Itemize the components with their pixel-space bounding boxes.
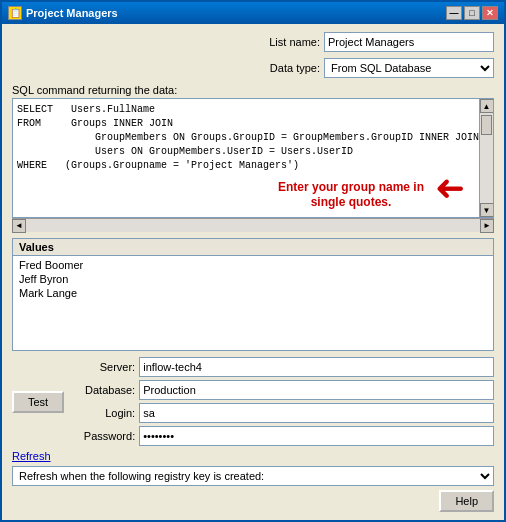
server-label: Server:	[70, 361, 135, 373]
values-section: Values Fred Boomer Jeff Byron Mark Lange	[12, 238, 494, 351]
login-label: Login:	[70, 407, 135, 419]
h-scroll-track[interactable]	[26, 219, 480, 232]
data-type-row: Data type: From SQL Database	[12, 58, 494, 78]
test-server-row: Test Server: Database: Login:	[12, 357, 494, 446]
window-icon: 📋	[8, 6, 22, 20]
test-button[interactable]: Test	[12, 391, 64, 413]
window-title: Project Managers	[26, 7, 118, 19]
help-row: Help	[12, 490, 494, 512]
list-item: Fred Boomer	[19, 258, 487, 272]
maximize-button[interactable]: □	[464, 6, 480, 20]
sql-horizontal-scrollbar[interactable]: ◄ ►	[12, 218, 494, 232]
annotation-group: Enter your group name in single quotes. …	[271, 180, 465, 211]
title-bar: 📋 Project Managers — □ ✕	[2, 2, 504, 24]
login-input[interactable]	[139, 403, 494, 423]
database-row: Database:	[70, 380, 494, 400]
help-button[interactable]: Help	[439, 490, 494, 512]
main-window: 📋 Project Managers — □ ✕ List name: Data…	[0, 0, 506, 522]
sql-vertical-scrollbar[interactable]: ▲ ▼	[479, 99, 493, 217]
scroll-right-arrow[interactable]: ►	[480, 219, 494, 233]
close-button[interactable]: ✕	[482, 6, 498, 20]
password-label: Password:	[70, 430, 135, 442]
list-name-label: List name:	[269, 36, 320, 48]
refresh-select[interactable]: Refresh when the following registry key …	[12, 466, 494, 486]
values-list: Fred Boomer Jeff Byron Mark Lange	[13, 256, 493, 350]
server-fields: Server: Database: Login: Password:	[70, 357, 494, 446]
list-item: Mark Lange	[19, 286, 487, 300]
values-header: Values	[13, 239, 493, 256]
scroll-left-arrow[interactable]: ◄	[12, 219, 26, 233]
login-row: Login:	[70, 403, 494, 423]
list-item: Jeff Byron	[19, 272, 487, 286]
scroll-down-arrow[interactable]: ▼	[480, 203, 494, 217]
sql-section: SQL command returning the data: SELECT U…	[12, 84, 494, 232]
title-controls: — □ ✕	[446, 6, 498, 20]
password-input[interactable]	[139, 426, 494, 446]
annotation-arrow: ➜	[435, 174, 465, 203]
database-input[interactable]	[139, 380, 494, 400]
sql-label: SQL command returning the data:	[12, 84, 494, 96]
refresh-row: Refresh when the following registry key …	[12, 466, 494, 486]
scroll-up-arrow[interactable]: ▲	[480, 99, 494, 113]
server-row: Server:	[70, 357, 494, 377]
scroll-track[interactable]	[480, 113, 493, 203]
refresh-link[interactable]: Refresh	[12, 450, 51, 462]
scroll-thumb[interactable]	[481, 115, 492, 135]
sql-area-container: SELECT Users.FullName FROM Groups INNER …	[12, 98, 494, 218]
title-bar-left: 📋 Project Managers	[8, 6, 118, 20]
list-name-input[interactable]	[324, 32, 494, 52]
minimize-button[interactable]: —	[446, 6, 462, 20]
content-area: List name: Data type: From SQL Database …	[2, 24, 504, 520]
data-type-select[interactable]: From SQL Database	[324, 58, 494, 78]
database-label: Database:	[70, 384, 135, 396]
annotation-text: Enter your group name in single quotes.	[271, 180, 431, 211]
data-type-label: Data type:	[270, 62, 320, 74]
refresh-section: Refresh	[12, 450, 494, 462]
list-name-row: List name:	[12, 32, 494, 52]
server-input[interactable]	[139, 357, 494, 377]
bottom-section: Test Server: Database: Login:	[12, 357, 494, 512]
password-row: Password:	[70, 426, 494, 446]
